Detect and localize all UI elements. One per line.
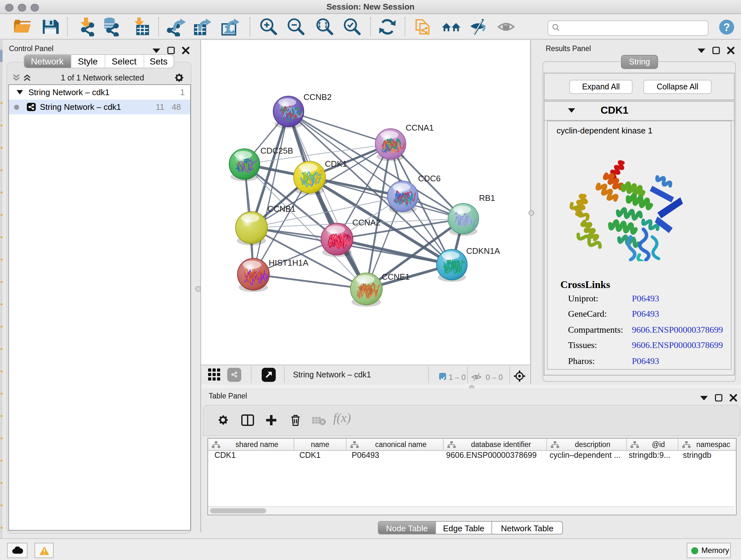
svg-text:CCNA2: CCNA2 bbox=[352, 218, 381, 227]
svg-text:CDC6: CDC6 bbox=[418, 174, 441, 183]
svg-text:CDKN1A: CDKN1A bbox=[466, 246, 500, 256]
svg-text:CCNA1: CCNA1 bbox=[406, 123, 434, 132]
svg-text:CCNB1: CCNB1 bbox=[267, 204, 295, 213]
svg-text:CCNB2: CCNB2 bbox=[304, 92, 332, 102]
svg-text:?: ? bbox=[723, 21, 730, 33]
svg-text:HIST1H1A: HIST1H1A bbox=[269, 258, 309, 267]
svg-text:CDK1: CDK1 bbox=[325, 159, 347, 169]
svg-text:CCNE1: CCNE1 bbox=[382, 272, 410, 282]
svg-text:CDC25B: CDC25B bbox=[260, 146, 293, 155]
svg-text:RB1: RB1 bbox=[479, 193, 495, 203]
